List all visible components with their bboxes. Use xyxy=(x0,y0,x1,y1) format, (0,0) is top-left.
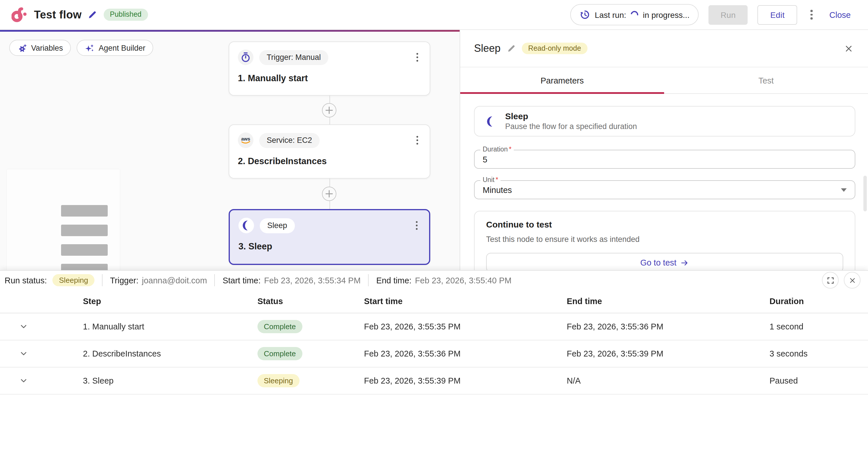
app-header: Test flow Published Last run: in progres… xyxy=(0,0,868,30)
arrow-right-icon xyxy=(681,258,689,267)
run-panel-actions xyxy=(822,272,861,289)
aws-icon: aws xyxy=(238,132,253,148)
flow-canvas[interactable]: Variables Agent Builder xyxy=(0,30,460,270)
edit-button[interactable]: Edit xyxy=(758,5,798,25)
node-type-chip: Service: EC2 xyxy=(259,133,320,148)
chevron-down-icon xyxy=(841,188,847,191)
page-title: Test flow xyxy=(34,8,82,21)
col-duration: Duration xyxy=(770,297,804,306)
tab-test[interactable]: Test xyxy=(664,67,868,93)
progress-spinner-icon xyxy=(629,9,640,20)
node-type-chip: Sleep xyxy=(260,218,294,233)
divider xyxy=(215,274,215,286)
variables-button[interactable]: Variables xyxy=(9,40,71,56)
run-status-label: Run status: xyxy=(5,276,47,285)
trigger-label: Trigger: xyxy=(110,276,138,285)
close-panel-button[interactable] xyxy=(844,272,861,289)
step-end-time: Feb 23, 2026, 3:55:39 PM xyxy=(567,349,663,358)
step-start-time: Feb 23, 2026, 3:55:35 PM xyxy=(364,322,461,331)
node-sleep-selected[interactable]: Sleep 3. Sleep xyxy=(229,209,430,265)
end-time-label: End time: xyxy=(376,276,411,285)
node-kebab-icon[interactable] xyxy=(413,134,421,146)
node-kebab-icon[interactable] xyxy=(413,219,421,232)
node-service-ec2[interactable]: aws Service: EC2 2. DescribeInstances xyxy=(229,124,430,179)
node-details-panel: Sleep Read-only mode Parameters Test xyxy=(460,30,868,270)
go-to-test-label: Go to test xyxy=(640,258,677,267)
steps-table: Step Status Start time End time Duration… xyxy=(0,290,868,395)
plus-icon xyxy=(326,190,333,198)
step-duration: Paused xyxy=(770,376,798,385)
close-icon xyxy=(848,276,856,284)
trigger-value: joanna@doit.com xyxy=(142,276,207,285)
parameters-content: Sleep Pause the flow for a specified dur… xyxy=(460,94,868,270)
status-badge: Complete xyxy=(257,347,302,360)
required-asterisk: * xyxy=(509,145,512,152)
continue-to-test-card: Continue to test Test this node to ensur… xyxy=(474,211,855,270)
divider xyxy=(102,274,102,286)
step-end-time: Feb 23, 2026, 3:55:36 PM xyxy=(567,322,663,331)
variables-label: Variables xyxy=(31,43,63,52)
run-status-badge: Sleeping xyxy=(53,274,94,286)
node-info-card: Sleep Pause the flow for a specified dur… xyxy=(474,106,855,136)
node-trigger-manual[interactable]: Trigger: Manual 1. Manually start xyxy=(229,41,430,96)
moon-icon xyxy=(239,218,254,233)
plus-icon xyxy=(326,107,333,114)
divider xyxy=(368,274,369,286)
duration-field[interactable]: Duration* 5 xyxy=(474,150,855,169)
run-button[interactable]: Run xyxy=(709,5,748,25)
status-badge: Complete xyxy=(257,320,302,333)
unit-select-value: Minutes xyxy=(483,185,512,194)
table-row[interactable]: 2. DescribeInstances Complete Feb 23, 20… xyxy=(0,340,868,367)
fullscreen-icon xyxy=(826,276,834,284)
panel-close-button[interactable] xyxy=(843,42,854,54)
expand-row-chevron-icon[interactable] xyxy=(17,320,30,333)
gear-sparkle-icon xyxy=(17,43,27,53)
step-end-time: N/A xyxy=(567,376,581,385)
node-kebab-icon[interactable] xyxy=(413,51,421,63)
required-asterisk: * xyxy=(496,176,498,183)
step-duration: 3 seconds xyxy=(770,349,808,358)
panel-scrollbar[interactable] xyxy=(863,176,867,211)
continue-card-title: Continue to test xyxy=(486,219,843,231)
run-statusbar: Run status: Sleeping Trigger: joanna@doi… xyxy=(0,271,868,290)
history-icon xyxy=(579,9,590,20)
col-end-time: End time xyxy=(567,297,602,306)
unit-select-label: Unit* xyxy=(480,177,500,183)
expand-row-chevron-icon[interactable] xyxy=(17,374,30,387)
status-badge: Sleeping xyxy=(257,374,299,387)
duration-field-value: 5 xyxy=(483,155,487,164)
go-to-test-button[interactable]: Go to test xyxy=(486,253,843,270)
rename-pencil-icon[interactable] xyxy=(507,44,516,53)
more-options-kebab-icon[interactable] xyxy=(807,7,816,22)
step-name: 1. Manually start xyxy=(83,322,144,331)
col-step: Step xyxy=(83,297,101,306)
node-info-name: Sleep xyxy=(505,111,637,122)
add-step-button[interactable] xyxy=(322,187,336,201)
tab-parameters[interactable]: Parameters xyxy=(460,67,664,93)
add-step-button[interactable] xyxy=(322,103,336,118)
last-run-button[interactable]: Last run: in progress... xyxy=(570,4,699,25)
table-row[interactable]: 3. Sleep Sleeping Feb 23, 2026, 3:55:39 … xyxy=(0,367,868,395)
step-name: 2. DescribeInstances xyxy=(83,349,161,358)
agent-builder-button[interactable]: Agent Builder xyxy=(77,40,154,56)
timer-icon xyxy=(238,50,253,65)
panel-header: Sleep Read-only mode xyxy=(460,30,868,67)
expand-panel-button[interactable] xyxy=(822,272,839,289)
table-row[interactable]: 1. Manually start Complete Feb 23, 2026,… xyxy=(0,313,868,340)
last-run-status: in progress... xyxy=(643,10,689,19)
edit-title-pencil-icon[interactable] xyxy=(87,10,96,19)
node-title: 3. Sleep xyxy=(239,241,421,252)
col-start-time: Start time xyxy=(364,297,403,306)
node-type-chip: Trigger: Manual xyxy=(259,50,328,65)
readonly-mode-badge: Read-only mode xyxy=(522,42,587,54)
step-start-time: Feb 23, 2026, 3:55:36 PM xyxy=(364,349,461,358)
col-status: Status xyxy=(257,297,283,306)
close-button[interactable]: Close xyxy=(829,10,851,19)
minimap[interactable] xyxy=(7,169,120,270)
start-time-value: Feb 23, 2026, 3:55:34 PM xyxy=(264,276,361,285)
last-run-label: Last run: xyxy=(595,10,626,19)
canvas-toolbar: Variables Agent Builder xyxy=(9,40,154,56)
unit-select[interactable]: Unit* Minutes xyxy=(474,180,855,199)
expand-row-chevron-icon[interactable] xyxy=(17,347,30,360)
duration-field-label: Duration* xyxy=(480,146,514,153)
